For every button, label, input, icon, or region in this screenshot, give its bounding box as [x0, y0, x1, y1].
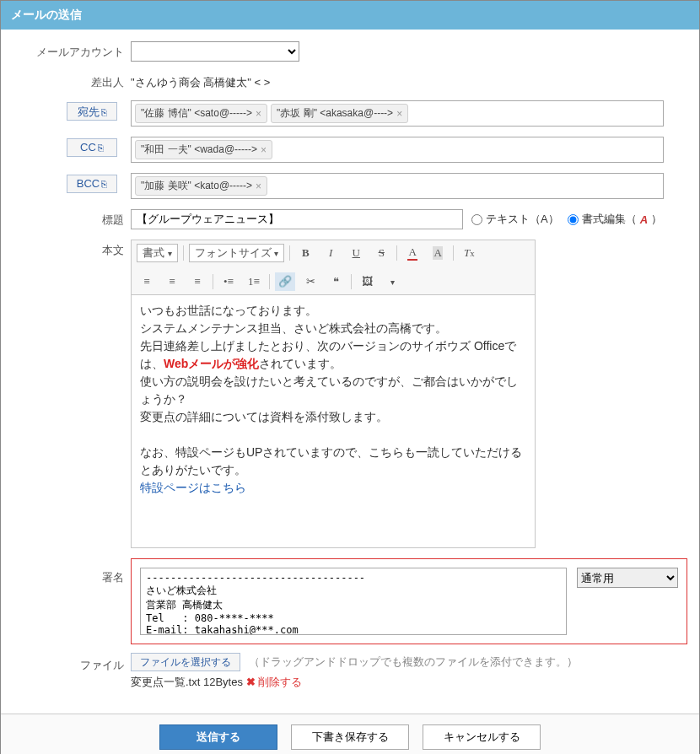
file-select-button[interactable]: ファイルを選択する: [131, 653, 240, 671]
remove-chip-icon[interactable]: ×: [396, 108, 402, 120]
recipient-chip[interactable]: "加藤 美咲" <kato@----->×: [135, 176, 267, 196]
label-subject: 標題: [13, 209, 131, 228]
number-list-icon[interactable]: 1≡: [244, 272, 264, 291]
bcc-button[interactable]: BCC⎘: [67, 175, 117, 193]
align-left-icon[interactable]: ≡: [137, 272, 157, 291]
label-sender: 差出人: [13, 72, 131, 90]
align-right-icon[interactable]: ≡: [187, 272, 207, 291]
send-button[interactable]: 送信する: [159, 724, 277, 750]
signature-select[interactable]: 通常用: [577, 568, 678, 588]
more-icon[interactable]: ▾: [382, 272, 402, 291]
address-book-icon: ⎘: [101, 107, 107, 117]
unlink-icon[interactable]: ✂: [300, 272, 320, 291]
address-book-icon: ⎘: [98, 143, 104, 153]
body-link[interactable]: 特設ページはこちら: [140, 481, 246, 494]
recipient-chip[interactable]: "赤坂 剛" <akasaka@---->×: [271, 104, 408, 123]
align-center-icon[interactable]: ≡: [162, 272, 182, 291]
editor-toolbar: 書式 ▾ フォントサイズ ▾ B I U S A A Tx ≡ ≡ ≡ •≡ 1…: [131, 240, 536, 295]
label-account: メールアカウント: [13, 41, 131, 60]
format-text-radio[interactable]: テキスト（A）: [471, 212, 559, 227]
account-select[interactable]: [131, 41, 299, 62]
bg-color-icon[interactable]: A: [428, 244, 448, 262]
recipient-chip[interactable]: "佐藤 博信" <sato@----->×: [135, 104, 267, 123]
remove-chip-icon[interactable]: ×: [256, 108, 261, 120]
italic-icon[interactable]: I: [320, 244, 341, 262]
signature-textarea[interactable]: [140, 568, 567, 635]
style-select[interactable]: 書式 ▾: [137, 244, 178, 262]
delete-attachment-link[interactable]: ✖ 削除する: [246, 676, 303, 688]
fontsize-select[interactable]: フォントサイズ ▾: [189, 244, 285, 262]
recipient-chip[interactable]: "和田 一夫" <wada@----->×: [135, 140, 272, 159]
underline-icon[interactable]: U: [346, 244, 366, 262]
bullet-list-icon[interactable]: •≡: [218, 272, 239, 291]
cc-field[interactable]: "和田 一夫" <wada@----->×: [131, 137, 664, 163]
remove-chip-icon[interactable]: ×: [261, 144, 267, 156]
to-button[interactable]: 宛先⎘: [67, 102, 117, 121]
subject-input[interactable]: [131, 209, 463, 229]
text-color-icon[interactable]: A: [402, 244, 423, 262]
attachment-item: 変更点一覧.txt 12Bytes ✖ 削除する: [131, 675, 687, 690]
label-signature: 署名: [13, 558, 131, 585]
cancel-button[interactable]: キャンセルする: [423, 724, 541, 750]
cc-button[interactable]: CC⎘: [67, 138, 117, 157]
remove-chip-icon[interactable]: ×: [256, 180, 261, 192]
bold-icon[interactable]: B: [295, 244, 315, 262]
strike-icon[interactable]: S: [371, 244, 391, 262]
quote-icon[interactable]: ❝: [326, 272, 346, 291]
image-icon[interactable]: 🖼: [357, 272, 377, 291]
clear-format-icon[interactable]: Tx: [459, 244, 479, 262]
label-file: ファイル: [13, 654, 131, 673]
to-field[interactable]: "佐藤 博信" <sato@----->× "赤坂 剛" <akasaka@--…: [131, 100, 664, 127]
signature-box: 通常用: [131, 558, 687, 644]
dialog-title: メールの送信: [1, 1, 699, 30]
address-book-icon: ⎘: [101, 179, 107, 189]
file-hint: （ドラッグアンドドロップでも複数のファイルを添付できます。）: [249, 655, 578, 668]
link-icon[interactable]: 🔗: [275, 272, 295, 291]
save-draft-button[interactable]: 下書き保存する: [291, 724, 409, 750]
label-body: 本文: [13, 240, 131, 258]
sender-value: "さんゆう商会 高橋健太" < >: [131, 72, 687, 90]
bcc-field[interactable]: "加藤 美咲" <kato@----->×: [131, 173, 664, 199]
format-rich-radio[interactable]: 書式編集（A）: [568, 212, 662, 227]
body-editor[interactable]: いつもお世話になっております。 システムメンテナンス担当、さいど株式会社の高橋で…: [131, 295, 536, 548]
